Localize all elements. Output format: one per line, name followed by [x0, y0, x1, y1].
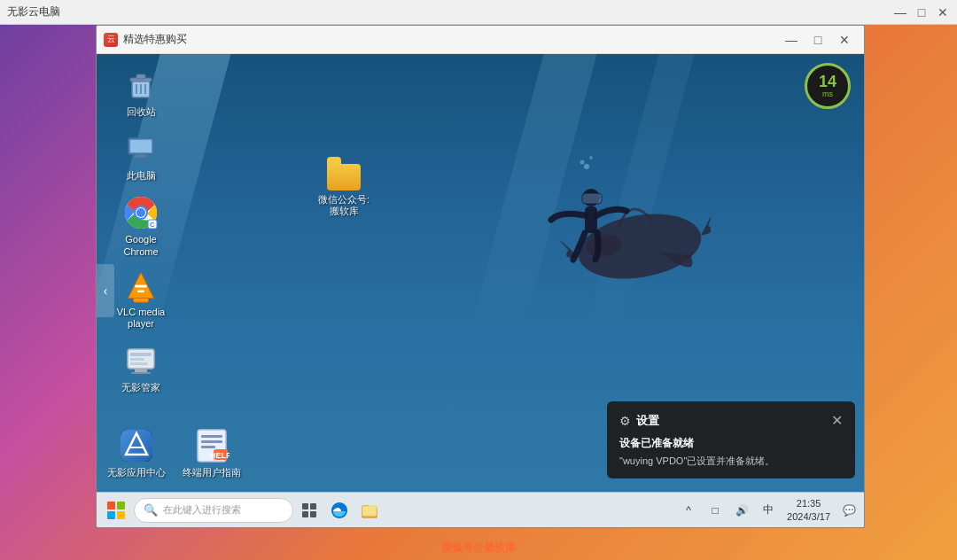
svg-point-6 [589, 156, 593, 159]
vlc-img [125, 271, 157, 303]
start-button[interactable] [100, 494, 132, 526]
outer-title-text: 无影云电脑 [7, 4, 60, 19]
watermark-text: 搜狐号@最软库 [441, 541, 516, 556]
win-logo-yellow [117, 511, 125, 519]
recycle-bin-icon[interactable]: 回收站 [105, 63, 176, 122]
svg-point-5 [584, 164, 589, 169]
explorer-taskbar-icon[interactable] [355, 496, 384, 525]
outer-window-controls: — □ ✕ [893, 5, 950, 19]
virtual-desktop: ‹ 回收站 [97, 54, 864, 527]
bottom-icons: 无影应用中心 HELP 终端用户指南 [101, 424, 247, 483]
user-guide-img: HELP [194, 428, 230, 463]
task-view-btn[interactable] [295, 496, 323, 525]
clock-date: 2024/3/17 [787, 510, 830, 523]
settings-gear-icon: ⚙ [619, 414, 631, 428]
inner-minimize-btn[interactable]: — [779, 30, 804, 50]
app-center-icon[interactable]: 无影应用中心 [101, 424, 172, 483]
svg-rect-40 [201, 440, 222, 443]
app-center-label: 无影应用中心 [107, 467, 166, 478]
chrome-img: C [123, 195, 159, 230]
notif-close-btn[interactable]: ✕ [831, 412, 843, 429]
outer-minimize-btn[interactable]: — [893, 5, 907, 19]
win-logo-blue [107, 511, 115, 519]
svg-rect-33 [131, 372, 151, 374]
notif-body-title: 设备已准备就绪 [619, 436, 843, 451]
latency-value: 14 [819, 74, 836, 89]
win-logo-green [117, 502, 125, 509]
svg-rect-47 [310, 511, 316, 517]
vlc-label: VLC media player [110, 307, 172, 330]
svg-rect-16 [136, 154, 146, 158]
chrome-label: Google Chrome [110, 234, 172, 257]
svg-text:C: C [150, 221, 155, 229]
tray-up-arrow[interactable]: ^ [677, 499, 700, 522]
tray-notification-icon[interactable]: □ [704, 499, 727, 522]
latency-indicator: 14 ms [805, 63, 851, 109]
inner-title-left: 云 精选特惠购买 [104, 32, 187, 47]
wuying-manager-icon[interactable]: 无影管家 [105, 338, 176, 398]
manager-label: 无影管家 [121, 382, 160, 393]
svg-point-7 [580, 159, 584, 164]
user-guide-label: 终端用户指南 [183, 467, 241, 478]
notif-title: 设置 [636, 413, 659, 429]
recycle-bin-img [123, 67, 159, 103]
notif-title-row: ⚙ 设置 [619, 413, 659, 429]
inner-title-text: 精选特惠购买 [123, 32, 187, 47]
diver-graphic [533, 149, 711, 291]
inner-window-controls: — □ ✕ [779, 30, 857, 50]
this-pc-icon[interactable]: 此电脑 [105, 127, 176, 186]
svg-rect-45 [310, 503, 316, 509]
clock-time: 21:35 [797, 497, 821, 509]
tray-ime-icon[interactable]: 中 [757, 499, 780, 522]
svg-rect-32 [135, 369, 147, 372]
svg-rect-44 [302, 503, 308, 509]
svg-rect-3 [585, 206, 597, 233]
svg-rect-29 [130, 353, 152, 356]
latency-unit: ms [822, 89, 833, 98]
taskbar-clock[interactable]: 21:35 2024/3/17 [782, 497, 836, 523]
notif-body-text: "wuying VPDO"已设置并准备就绪。 [619, 455, 843, 468]
svg-rect-4 [582, 193, 602, 204]
inner-close-btn[interactable]: ✕ [832, 30, 857, 50]
outer-maximize-btn[interactable]: □ [914, 5, 929, 19]
inner-maximize-btn[interactable]: □ [805, 30, 830, 50]
svg-rect-17 [133, 158, 149, 159]
svg-rect-30 [130, 358, 144, 361]
notif-header: ⚙ 设置 ✕ [619, 412, 843, 429]
svg-rect-31 [130, 362, 148, 365]
svg-text:HELP: HELP [210, 451, 230, 460]
svg-rect-10 [136, 74, 145, 79]
outer-close-btn[interactable]: ✕ [936, 5, 950, 19]
tray-volume-icon[interactable]: 🔊 [730, 499, 753, 522]
taskbar-search-bar[interactable]: 🔍 在此键入进行搜索 [134, 498, 293, 523]
svg-rect-41 [201, 446, 215, 448]
google-chrome-icon[interactable]: C Google Chrome [105, 191, 176, 261]
edge-taskbar-icon[interactable] [325, 496, 354, 525]
svg-rect-46 [302, 511, 308, 517]
svg-point-21 [136, 208, 145, 217]
manager-img [123, 343, 159, 378]
inner-titlebar: 云 精选特惠购买 — □ ✕ [97, 26, 864, 54]
svg-rect-25 [133, 298, 148, 302]
notification-center-icon[interactable]: 💬 [837, 499, 860, 522]
system-tray: ^ □ 🔊 中 [677, 499, 780, 522]
wechat-folder-icon[interactable]: 微信公众号: 搬软库 [309, 160, 378, 221]
user-guide-icon[interactable]: HELP 终端用户指南 [176, 424, 247, 483]
svg-rect-39 [201, 435, 222, 438]
recycle-bin-label: 回收站 [127, 106, 156, 118]
windows-logo-icon [107, 502, 125, 519]
app-center-img [119, 428, 154, 463]
folder-label: 微信公众号: 搬软库 [313, 194, 375, 217]
vlc-icon[interactable]: VLC media player [105, 267, 176, 334]
svg-rect-15 [130, 140, 152, 152]
search-magnifier-icon: 🔍 [144, 503, 158, 517]
outer-titlebar: 无影云电脑 — □ ✕ [0, 0, 957, 25]
cloud-pc-window: 云 精选特惠购买 — □ ✕ [96, 25, 865, 528]
this-pc-img [123, 131, 159, 167]
taskbar: 🔍 在此键入进行搜索 [97, 492, 864, 527]
inner-title-icon: 云 [104, 33, 118, 47]
notification-popup: ⚙ 设置 ✕ 设备已准备就绪 "wuying VPDO"已设置并准备就绪。 [607, 401, 855, 478]
search-placeholder-text: 在此键入进行搜索 [163, 503, 241, 517]
this-pc-label: 此电脑 [127, 170, 156, 182]
folder-shape [327, 164, 361, 191]
